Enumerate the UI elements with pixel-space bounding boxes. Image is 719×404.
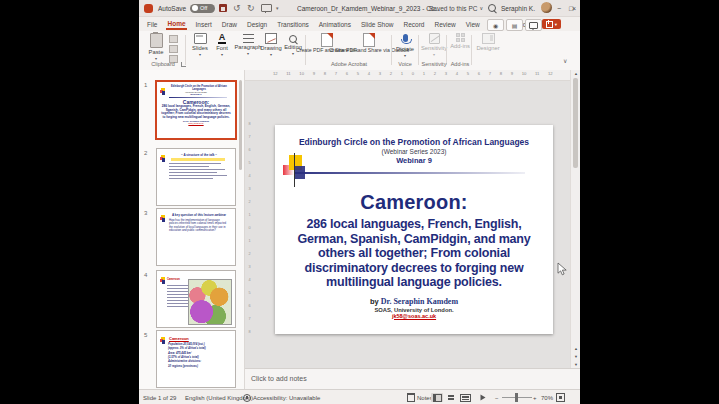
cut-icon[interactable]	[169, 35, 178, 43]
thumbnail-number: 4	[144, 272, 147, 278]
ruler-tick: 6	[346, 71, 348, 76]
ribbon-tab[interactable]: Review	[433, 19, 456, 29]
notes-placeholder[interactable]: Click to add notes	[251, 375, 307, 382]
zoom-slider-thumb[interactable]	[515, 393, 518, 402]
slide-thumbnail-2[interactable]: – A structure of the talk –	[156, 148, 236, 206]
next-slide-button[interactable]: ▼	[571, 354, 580, 359]
quick-access-toolbar-menu[interactable]: ▾	[276, 0, 279, 16]
ribbon-tab[interactable]: Home	[166, 18, 186, 30]
chevron-down-icon: ▾	[433, 53, 435, 57]
slide-canvas[interactable]: Edinburgh Circle on the Promotion of Afr…	[275, 125, 553, 334]
slide-thumbnail-3[interactable]: A key question of this lecture-webinar H…	[156, 208, 236, 266]
scroll-down-icon[interactable]: ▼	[571, 362, 580, 367]
slides-menu-button[interactable]: Slides ▾	[187, 33, 213, 61]
ribbon-tab[interactable]: View	[465, 19, 481, 29]
reading-view-button[interactable]	[459, 393, 471, 402]
ruler-tick: 8	[248, 122, 250, 126]
ribbon-tab[interactable]: Record	[402, 19, 425, 29]
chevron-up-icon: ∨	[563, 58, 567, 64]
slide-body-text: 286 local languages, French, English, Ge…	[285, 217, 543, 290]
zoom-level[interactable]: 70%	[541, 390, 553, 404]
add-ins-icon	[456, 33, 465, 42]
undo-button[interactable]: ↺	[233, 0, 241, 16]
slide-logo	[160, 337, 166, 345]
fit-slide-button[interactable]	[556, 390, 565, 404]
copy-icon[interactable]	[169, 45, 178, 53]
ribbon-tab[interactable]: Insert	[195, 19, 213, 29]
scroll-up-icon[interactable]: ▲	[571, 71, 580, 76]
ruler-tick: 5	[467, 71, 469, 76]
close-button[interactable]: ×	[568, 0, 580, 16]
previous-slide-button[interactable]: ▲	[571, 346, 580, 351]
slide-sorter-view-button[interactable]	[445, 393, 457, 402]
presenter-coach-button[interactable]: ▤	[506, 19, 523, 31]
horizontal-ruler[interactable]: 1211109876543210123456789101112	[245, 70, 570, 81]
notes-toggle-button[interactable]: Notes	[407, 390, 433, 404]
pdf-icon	[363, 33, 375, 47]
font-menu-button[interactable]: A Font ▾	[211, 33, 233, 61]
by-label: by	[370, 297, 379, 306]
status-bar: Slide 1 of 29 English (United Kingdom) A…	[139, 389, 580, 404]
slide-thumbnail-1[interactable]: Edinburgh Circle on the Promotion of Afr…	[155, 80, 237, 140]
group-separator	[391, 35, 392, 65]
ribbon-tab[interactable]: Draw	[221, 19, 238, 29]
ruler-tick: 7	[248, 135, 250, 139]
avatar[interactable]	[541, 2, 552, 13]
slide-show-button[interactable]	[477, 393, 489, 402]
thumbnail-number: 1	[144, 82, 147, 88]
account-name[interactable]: Seraphin K.	[501, 0, 535, 16]
zoom-in-button[interactable]: +	[533, 390, 537, 404]
ruler-tick: 1	[401, 71, 403, 76]
fit-to-window-icon	[556, 393, 565, 402]
dialog-launcher-icon[interactable]	[181, 62, 186, 67]
vertical-ruler[interactable]: 87654321012345678	[245, 122, 254, 334]
comments-button[interactable]	[525, 19, 542, 31]
powerpoint-window: AutoSave Off ↺ ↻ ▾ Cameroon_Dr_Kamdem_We…	[139, 0, 580, 404]
ruler-tick: 7	[489, 71, 491, 76]
drawing-icon	[265, 33, 277, 44]
thumbnail-scrollbar[interactable]	[239, 80, 242, 170]
recording-button[interactable]: ◉	[487, 19, 504, 31]
paste-button[interactable]: Paste ▾	[145, 33, 167, 61]
paste-label: Paste	[149, 49, 164, 56]
share-button[interactable]: ▾	[542, 19, 561, 29]
powerpoint-icon[interactable]	[144, 0, 153, 16]
search-button[interactable]	[488, 0, 496, 16]
ribbon-tab[interactable]: File	[146, 19, 158, 29]
zoom-out-button[interactable]: −	[495, 390, 499, 404]
slide-counter[interactable]: Slide 1 of 29	[143, 390, 176, 404]
saved-status[interactable]: Saved to this PC∨	[429, 0, 483, 16]
start-presentation-button[interactable]	[261, 0, 272, 16]
normal-view-icon	[433, 394, 442, 402]
slides-label: Slides	[192, 45, 208, 52]
dictate-button[interactable]: Dictate ▾	[393, 33, 417, 61]
minimize-button[interactable]: −	[553, 0, 565, 16]
ribbon-tab[interactable]: Design	[246, 19, 268, 29]
text-column	[167, 285, 189, 309]
ruler-tick: 8	[500, 71, 502, 76]
notes-pane[interactable]: Click to add notes	[245, 368, 580, 390]
slide-thumbnail-5[interactable]: Cameroon Population 20,545,004 (est.)(ap…	[156, 330, 236, 388]
ribbon-tab[interactable]: Transitions	[276, 19, 310, 29]
ribbon-tab[interactable]: Animations	[318, 19, 352, 29]
thumb1-email: jk58@soas.ac.uk	[157, 122, 235, 124]
create-pdf-share-outlook-button[interactable]: Create PDF and Share via Outlook	[348, 33, 390, 61]
slide-thumbnail-4[interactable]: Cameroon	[156, 270, 236, 328]
logo-vertical-line	[294, 153, 295, 187]
collapse-ribbon-button[interactable]: ∨	[563, 57, 567, 64]
ruler-tick: 12	[273, 71, 278, 76]
slide-editor-area: 1211109876543210123456789101112 87654321…	[245, 70, 570, 368]
accessibility-icon	[243, 394, 251, 402]
autosave-toggle[interactable]: Off	[190, 0, 215, 16]
scrollbar-thumb[interactable]	[573, 78, 578, 168]
vertical-scrollbar[interactable]: ▲ ▲ ▼ ▼	[570, 70, 580, 368]
paste-icon	[150, 33, 163, 48]
screen-icon: ▤	[512, 22, 518, 29]
ribbon-tab[interactable]: Slide Show	[360, 19, 395, 29]
redo-button[interactable]: ↻	[247, 0, 255, 16]
text-line	[169, 175, 227, 176]
email-link[interactable]: jk58@soas.ac.uk	[275, 313, 553, 319]
save-button[interactable]	[219, 0, 227, 16]
normal-view-button[interactable]	[431, 393, 443, 402]
accessibility-status[interactable]: Accessibility: Unavailable	[243, 390, 320, 404]
